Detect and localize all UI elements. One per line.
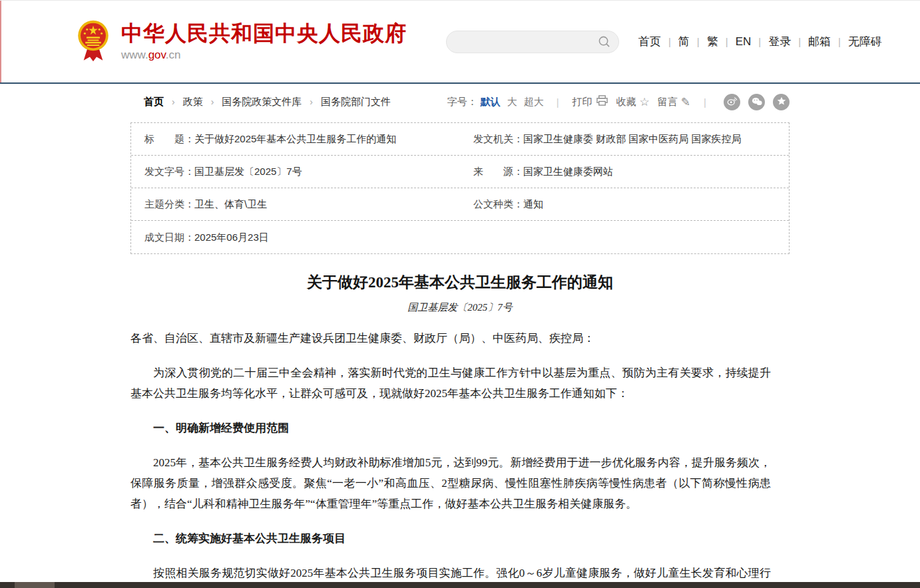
section-1-paragraph: 2025年，基本公共卫生服务经费人均财政补助标准增加5元，达到99元。新增经费用… [130,452,771,514]
nav-traditional[interactable]: 繁 [700,34,726,49]
site-url: www.gov.cn [121,49,407,62]
star-icon: ☆ [640,96,650,108]
meta-issuing-agency: 发文机关： 国家卫生健康委 财政部 国家中医药局 国家疾控局 [460,132,789,146]
meta-row: 主题分类： 卫生、体育\卫生 公文种类： 通知 [131,188,789,221]
breadcrumb-department-docs[interactable]: 国务院部门文件 [321,96,391,108]
meta-topic-category: 主题分类： 卫生、体育\卫生 [131,197,460,212]
font-size-default-button[interactable]: 默认 [477,96,504,108]
chevron-right-icon: › [203,96,222,107]
meta-value: 国卫基层发〔2025〕7号 [194,164,312,179]
meta-value: 2025年06月23日 [194,230,278,245]
section-1-heading: 一、明确新增经费使用范围 [130,418,771,438]
meta-value: 国家卫生健康委 财政部 国家中医药局 国家疾控局 [523,132,751,146]
meta-doc-type: 公文种类： 通知 [460,197,789,212]
meta-label: 发文字号： [144,164,194,179]
chevron-right-icon: › [302,96,321,107]
meta-value: 卫生、体育\卫生 [194,197,276,212]
meta-label: 发文机关： [473,132,523,146]
favorite-button[interactable]: 收藏 ☆ [616,96,650,108]
search-icon[interactable] [598,35,610,48]
meta-source: 来 源： 国家卫生健康委网站 [460,164,789,179]
nav-home[interactable]: 首页 [631,34,668,49]
window-left-edge [0,1,1,82]
page-title: 关于做好2025年基本公共卫生服务工作的通知 [130,272,790,293]
nav-login[interactable]: 登录 [761,34,798,49]
meta-value: 国家卫生健康委网站 [523,164,622,179]
taskbar-edge-segment [15,582,55,588]
header-divider [0,82,920,84]
meta-row: 发文字号： 国卫基层发〔2025〕7号 来 源： 国家卫生健康委网站 [131,156,789,188]
national-emblem-icon [75,20,111,65]
doc-number: 国卫基层发〔2025〕7号 [130,301,790,314]
site-header: 中华人民共和国中央人民政府 www.gov.cn 首页 | 简 | 繁 [0,1,920,82]
share-weibo-button[interactable] [724,94,740,110]
weibo-icon [727,96,738,108]
toolbar-divider: | [694,96,716,108]
meta-title: 标 题： 关于做好2025年基本公共卫生服务工作的通知 [131,132,460,146]
meta-label: 标 题： [144,132,194,146]
chevron-right-icon: › [164,96,183,107]
meta-label: 主题分类： [144,197,194,212]
meta-label: 公文种类： [473,197,523,212]
nav-mail[interactable]: 邮箱 [801,34,838,49]
pencil-icon: ✎ [681,96,690,108]
print-button[interactable]: 打印 [573,95,608,108]
meta-row: 成文日期： 2025年06月23日 [131,221,789,253]
taskbar-edge [0,582,920,588]
document-meta-table: 标 题： 关于做好2025年基本公共卫生服务工作的通知 发文机关： 国家卫生健康… [130,122,790,254]
document-body: 各省、自治区、直辖市及新疆生产建设兵团卫生健康委、财政厅（局）、中医药局、疾控局… [130,328,790,588]
meta-label: 来 源： [473,164,523,179]
page-toolbar: 字号： 默认 大 超大 | 打印 收藏 ☆ 留言 [447,94,790,110]
meta-value: 通知 [523,197,553,212]
wechat-icon [752,96,762,108]
breadcrumb-policy-library[interactable]: 国务院政策文件库 [222,96,302,108]
nav-english[interactable]: EN [728,35,759,49]
breadcrumb-policy[interactable]: 政策 [183,96,203,108]
nav-accessibility[interactable]: 无障碍 [841,34,889,49]
section-2-heading: 二、统筹实施好基本公共卫生服务项目 [130,528,771,549]
breadcrumb: 首页 › 政策 › 国务院政策文件库 › 国务院部门文件 [144,96,391,108]
font-size-xlarge-button[interactable]: 超大 [521,96,547,108]
qzone-star-icon [777,96,786,108]
meta-doc-number: 发文字号： 国卫基层发〔2025〕7号 [131,164,460,179]
salutation-paragraph: 各省、自治区、直辖市及新疆生产建设兵团卫生健康委、财政厅（局）、中医药局、疾控局… [130,328,771,349]
nav-simplified[interactable]: 简 [671,34,697,49]
search-box[interactable] [446,31,619,53]
share-qzone-button[interactable] [773,94,790,110]
share-wechat-button[interactable] [748,94,765,110]
toolbar-divider: | [547,96,569,108]
top-nav: 首页 | 简 | 繁 | EN | 登录 | 邮箱 | 无障碍 [631,34,889,49]
site-logo[interactable]: 中华人民共和国中央人民政府 www.gov.cn [75,19,407,65]
printer-icon [596,95,608,108]
font-size-large-button[interactable]: 大 [504,96,521,108]
site-title: 中华人民共和国中央人民政府 [121,21,407,45]
meta-value: 关于做好2025年基本公共卫生服务工作的通知 [194,132,405,146]
intro-paragraph: 为深入贯彻党的二十届三中全会精神，落实新时代党的卫生与健康工作方针中以基层为重点… [130,363,771,404]
meta-row: 标 题： 关于做好2025年基本公共卫生服务工作的通知 发文机关： 国家卫生健康… [131,123,789,156]
font-size-label: 字号： [447,96,477,108]
meta-label: 成文日期： [144,230,194,245]
search-input[interactable] [455,36,598,47]
breadcrumb-home[interactable]: 首页 [144,96,164,108]
meta-date: 成文日期： 2025年06月23日 [131,230,460,245]
comment-button[interactable]: 留言 ✎ [658,96,690,108]
